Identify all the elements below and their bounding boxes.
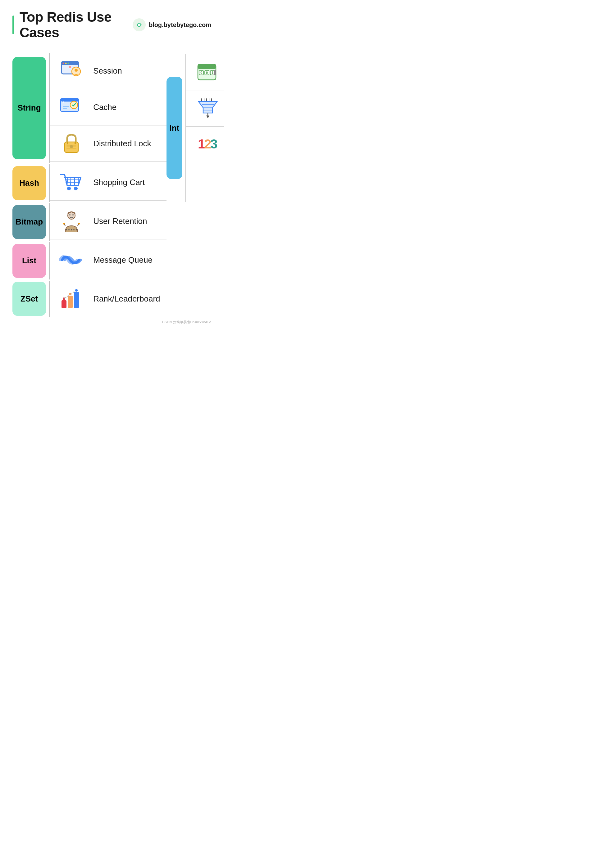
- svg-line-58: [78, 224, 79, 226]
- svg-rect-66: [74, 292, 79, 308]
- site-url: blog.bytebytego.com: [149, 22, 211, 29]
- svg-rect-15: [63, 108, 67, 109]
- shopping-cart-icon: [59, 170, 84, 195]
- leaderboard-icon: [59, 286, 84, 311]
- user-retention-icon: [59, 209, 84, 233]
- svg-point-8: [75, 68, 78, 72]
- global-id-icon: 1 2 3: [195, 132, 220, 157]
- type-label-zset: ZSet: [20, 294, 38, 304]
- group-row-zset: ZSet Rank/Leaderboard: [12, 281, 224, 317]
- svg-text:1: 1: [212, 71, 214, 75]
- group-row-list: List Message Queue: [12, 242, 224, 280]
- group-row-bitmap: Bitmap User Retention: [12, 203, 224, 241]
- svg-point-63: [76, 229, 77, 230]
- type-label-int: Int: [170, 123, 180, 133]
- svg-rect-17: [67, 142, 68, 145]
- counter-icon: 0 0 1: [195, 60, 220, 84]
- cases-cell-list: Message Queue: [50, 242, 166, 280]
- page-header: Top Redis Use Cases blog.bytebytego.com: [12, 9, 211, 44]
- use-case-label-session: Session: [93, 66, 122, 76]
- lock-icon: [59, 131, 84, 156]
- use-case-label-distributed-lock: Distributed Lock: [93, 139, 151, 148]
- svg-marker-40: [206, 115, 209, 118]
- use-case-label-cache: Cache: [93, 103, 117, 112]
- svg-rect-18: [75, 142, 76, 145]
- svg-rect-64: [62, 300, 67, 308]
- svg-line-44: [67, 178, 68, 185]
- type-cell-int: Int: [166, 54, 186, 202]
- svg-point-62: [73, 229, 75, 230]
- svg-point-51: [74, 187, 78, 190]
- use-cases-table: String Session $ Cache Distr: [12, 53, 224, 317]
- svg-point-5: [65, 63, 67, 64]
- svg-text:0: 0: [201, 71, 202, 75]
- type-cell-zset: ZSet: [12, 281, 50, 317]
- use-case-label-message-queue: Message Queue: [93, 255, 152, 265]
- type-label-hash: Hash: [19, 178, 39, 188]
- use-case-label-rank/leaderboard: Rank/Leaderboard: [93, 294, 160, 304]
- svg-text:0: 0: [206, 71, 208, 75]
- type-cell-hash: Hash: [12, 164, 50, 202]
- svg-point-61: [71, 229, 72, 230]
- bytebytego-logo-icon: [133, 18, 146, 31]
- title-area: Top Redis Use Cases: [12, 9, 133, 40]
- svg-point-4: [63, 63, 64, 64]
- cases-cell-bitmap: User Retention: [50, 203, 166, 241]
- svg-rect-14: [63, 106, 69, 107]
- svg-point-50: [67, 187, 71, 190]
- svg-line-57: [64, 224, 65, 226]
- type-cell-string: String: [12, 53, 50, 163]
- cases-cell-zset: Rank/Leaderboard: [50, 281, 166, 317]
- svg-point-21: [70, 145, 73, 148]
- svg-rect-30: [214, 70, 216, 75]
- type-label-string: String: [18, 103, 41, 113]
- svg-point-60: [68, 229, 70, 230]
- svg-point-59: [66, 229, 67, 230]
- type-cell-list: List: [12, 242, 50, 280]
- cache-icon: $: [59, 95, 84, 120]
- svg-point-6: [68, 63, 69, 64]
- svg-rect-65: [68, 295, 73, 308]
- svg-point-54: [72, 214, 74, 216]
- svg-point-9: [68, 66, 71, 68]
- message-queue-icon: [59, 247, 84, 272]
- type-cell-bitmap: Bitmap: [12, 203, 50, 241]
- svg-rect-23: [198, 64, 216, 69]
- cases-cell-int: 0 0 1 Counter Rate Limiter 1 2 3: [186, 54, 224, 202]
- session-icon: [59, 58, 84, 83]
- svg-text:3: 3: [210, 137, 218, 151]
- rate-limiter-icon: [195, 96, 220, 121]
- site-branding: blog.bytebytego.com: [133, 18, 211, 31]
- type-label-bitmap: Bitmap: [16, 217, 43, 227]
- cases-cell-string: Session $ Cache Distributed Lock: [50, 53, 166, 163]
- use-case-label-user-retention: User Retention: [93, 216, 147, 226]
- svg-point-53: [69, 214, 70, 216]
- use-case-label-shopping-cart: Shopping Cart: [93, 178, 145, 187]
- title-accent-bar: [12, 16, 14, 34]
- type-label-list: List: [22, 256, 36, 266]
- svg-text:$: $: [63, 100, 64, 103]
- svg-point-1: [138, 23, 141, 26]
- watermark: CSDN @简单易懂OnlineZuozuo: [12, 320, 211, 325]
- svg-line-45: [70, 178, 71, 185]
- cases-cell-hash: Shopping Cart: [50, 164, 166, 202]
- page-title: Top Redis Use Cases: [20, 9, 133, 40]
